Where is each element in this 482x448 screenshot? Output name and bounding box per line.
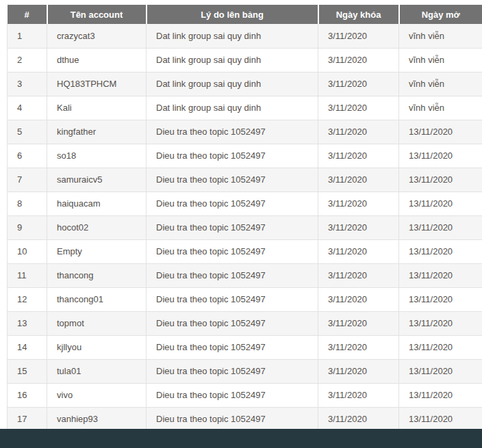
cell-index: 6 — [8, 144, 47, 168]
ban-list-table-container: #Tên accountLý do lên bảngNgày khóaNgày … — [7, 5, 482, 432]
cell-lock: 3/11/2020 — [318, 239, 399, 263]
cell-lock: 3/11/2020 — [318, 311, 399, 335]
cell-reason: Dat link group sai quy dinh — [147, 96, 318, 120]
table-header-row: #Tên accountLý do lên bảngNgày khóaNgày … — [8, 5, 482, 24]
cell-open: 13/11/2020 — [399, 263, 482, 287]
cell-open: 13/11/2020 — [399, 311, 482, 335]
cell-account: samuraicv5 — [47, 168, 147, 192]
cell-open: vĩnh viễn — [399, 72, 482, 96]
cell-index: 1 — [8, 24, 47, 48]
cell-open: vĩnh viễn — [399, 96, 482, 120]
cell-lock: 3/11/2020 — [318, 168, 399, 192]
cell-open: 13/11/2020 — [399, 383, 482, 407]
cell-open: 13/11/2020 — [399, 335, 482, 359]
cell-lock: 3/11/2020 — [318, 383, 399, 407]
cell-index: 15 — [8, 359, 47, 383]
cell-lock: 3/11/2020 — [318, 48, 399, 72]
table-row: 7samuraicv5Dieu tra theo topic 10524973/… — [8, 168, 482, 192]
table-row: 4KaliDat link group sai quy dinh3/11/202… — [8, 96, 482, 120]
cell-lock: 3/11/2020 — [318, 359, 399, 383]
column-header-account: Tên account — [47, 5, 147, 24]
cell-lock: 3/11/2020 — [318, 120, 399, 144]
cell-reason: Dieu tra theo topic 1052497 — [147, 383, 318, 407]
cell-lock: 3/11/2020 — [318, 407, 399, 431]
cell-open: 13/11/2020 — [399, 120, 482, 144]
cell-account: kingfather — [47, 120, 147, 144]
cell-account: hocot02 — [47, 215, 147, 239]
table-row: 2dthueDat link group sai quy dinh3/11/20… — [8, 48, 482, 72]
cell-reason: Dieu tra theo topic 1052497 — [147, 287, 318, 311]
cell-account: haiquacam — [47, 192, 147, 215]
cell-lock: 3/11/2020 — [318, 144, 399, 168]
column-header-index: # — [8, 5, 47, 24]
footer-bar — [0, 429, 482, 448]
cell-account: HQ183TPHCM — [47, 72, 147, 96]
cell-account: tula01 — [47, 359, 147, 383]
table-header: #Tên accountLý do lên bảngNgày khóaNgày … — [8, 5, 482, 24]
table-row: 10EmptyDieu tra theo topic 10524973/11/2… — [8, 239, 482, 263]
cell-reason: Dieu tra theo topic 1052497 — [147, 407, 318, 431]
cell-reason: Dieu tra theo topic 1052497 — [147, 168, 318, 192]
cell-lock: 3/11/2020 — [318, 287, 399, 311]
table-row: 8haiquacamDieu tra theo topic 10524973/1… — [8, 192, 482, 215]
cell-lock: 3/11/2020 — [318, 24, 399, 48]
cell-account: crazycat3 — [47, 24, 147, 48]
cell-index: 2 — [8, 48, 47, 72]
cell-index: 3 — [8, 72, 47, 96]
cell-lock: 3/11/2020 — [318, 263, 399, 287]
cell-reason: Dieu tra theo topic 1052497 — [147, 359, 318, 383]
cell-index: 17 — [8, 407, 47, 431]
cell-reason: Dieu tra theo topic 1052497 — [147, 192, 318, 215]
cell-lock: 3/11/2020 — [318, 215, 399, 239]
cell-reason: Dieu tra theo topic 1052497 — [147, 120, 318, 144]
cell-reason: Dieu tra theo topic 1052497 — [147, 215, 318, 239]
cell-index: 13 — [8, 311, 47, 335]
cell-reason: Dat link group sai quy dinh — [147, 72, 318, 96]
cell-lock: 3/11/2020 — [318, 96, 399, 120]
cell-lock: 3/11/2020 — [318, 192, 399, 215]
cell-reason: Dat link group sai quy dinh — [147, 48, 318, 72]
cell-lock: 3/11/2020 — [318, 335, 399, 359]
cell-index: 4 — [8, 96, 47, 120]
table-row: 15tula01Dieu tra theo topic 10524973/11/… — [8, 359, 482, 383]
table-row: 5kingfatherDieu tra theo topic 10524973/… — [8, 120, 482, 144]
cell-reason: Dieu tra theo topic 1052497 — [147, 144, 318, 168]
column-header-lock: Ngày khóa — [318, 5, 399, 24]
cell-open: 13/11/2020 — [399, 407, 482, 431]
cell-account: Kali — [47, 96, 147, 120]
table-row: 9hocot02Dieu tra theo topic 10524973/11/… — [8, 215, 482, 239]
cell-account: so18 — [47, 144, 147, 168]
cell-account: dthue — [47, 48, 147, 72]
cell-reason: Dieu tra theo topic 1052497 — [147, 263, 318, 287]
table-row: 3HQ183TPHCMDat link group sai quy dinh3/… — [8, 72, 482, 96]
cell-open: vĩnh viễn — [399, 24, 482, 48]
table-row: 13topmotDieu tra theo topic 10524973/11/… — [8, 311, 482, 335]
cell-account: topmot — [47, 311, 147, 335]
cell-open: vĩnh viễn — [399, 48, 482, 72]
table-row: 16vivoDieu tra theo topic 10524973/11/20… — [8, 383, 482, 407]
cell-reason: Dieu tra theo topic 1052497 — [147, 311, 318, 335]
cell-open: 13/11/2020 — [399, 144, 482, 168]
cell-open: 13/11/2020 — [399, 287, 482, 311]
table-row: 1crazycat3Dat link group sai quy dinh3/1… — [8, 24, 482, 48]
cell-index: 12 — [8, 287, 47, 311]
ban-list-table: #Tên accountLý do lên bảngNgày khóaNgày … — [7, 5, 482, 432]
column-header-open: Ngày mở — [399, 5, 482, 24]
cell-index: 9 — [8, 215, 47, 239]
cell-account: thancong01 — [47, 287, 147, 311]
table-row: 11thancongDieu tra theo topic 10524973/1… — [8, 263, 482, 287]
cell-account: vanhiep93 — [47, 407, 147, 431]
table-row: 14kjllyouDieu tra theo topic 10524973/11… — [8, 335, 482, 359]
cell-index: 7 — [8, 168, 47, 192]
cell-reason: Dat link group sai quy dinh — [147, 24, 318, 48]
cell-account: thancong — [47, 263, 147, 287]
cell-account: Empty — [47, 239, 147, 263]
cell-open: 13/11/2020 — [399, 239, 482, 263]
cell-open: 13/11/2020 — [399, 215, 482, 239]
table-row: 6so18Dieu tra theo topic 10524973/11/202… — [8, 144, 482, 168]
table-body: 1crazycat3Dat link group sai quy dinh3/1… — [8, 24, 482, 431]
cell-reason: Dieu tra theo topic 1052497 — [147, 335, 318, 359]
cell-index: 8 — [8, 192, 47, 215]
cell-open: 13/11/2020 — [399, 168, 482, 192]
cell-index: 14 — [8, 335, 47, 359]
